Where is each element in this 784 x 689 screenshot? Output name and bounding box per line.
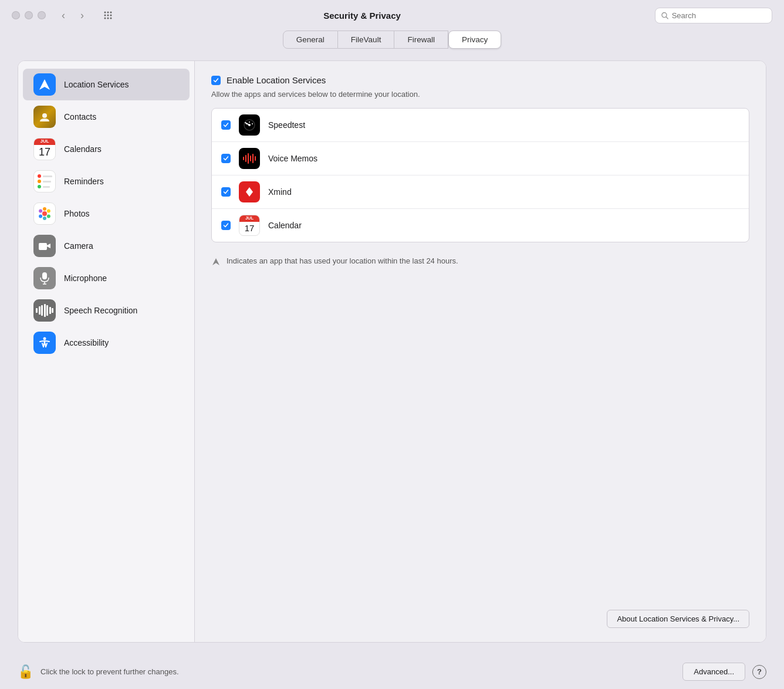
sidebar-item-photos[interactable]: Photos bbox=[23, 198, 190, 229]
sidebar-item-camera[interactable]: Camera bbox=[23, 230, 190, 262]
sidebar-label-contacts: Contacts bbox=[64, 112, 96, 121]
sidebar-label-calendars: Calendars bbox=[64, 144, 102, 154]
calendar-checkbox[interactable] bbox=[221, 221, 231, 230]
app-row-xmind: Xmind bbox=[212, 175, 749, 209]
svg-line-10 bbox=[666, 16, 668, 18]
main-content: General FileVault Firewall Privacy Locat… bbox=[0, 31, 784, 654]
sidebar-item-calendars[interactable]: JUL 17 Calendars bbox=[23, 133, 190, 165]
svg-point-14 bbox=[43, 207, 46, 211]
svg-point-16 bbox=[47, 215, 50, 218]
speedtest-checkbox[interactable] bbox=[221, 120, 231, 130]
calendar-app-icon: JUL 17 bbox=[239, 215, 260, 236]
sidebar-label-photos: Photos bbox=[64, 209, 90, 218]
voice-memos-name: Voice Memos bbox=[268, 154, 317, 163]
speedtest-icon bbox=[239, 114, 260, 136]
voice-memos-icon bbox=[239, 148, 260, 169]
enable-location-checkbox[interactable] bbox=[211, 76, 221, 85]
help-button[interactable]: ? bbox=[752, 665, 766, 679]
advanced-button[interactable]: Advanced... bbox=[682, 663, 745, 681]
calendars-icon: JUL 17 bbox=[33, 138, 56, 160]
tab-privacy[interactable]: Privacy bbox=[448, 31, 501, 49]
svg-rect-22 bbox=[42, 272, 47, 279]
lock-text: Click the lock to prevent further change… bbox=[40, 667, 675, 676]
speech-icon bbox=[33, 299, 56, 322]
svg-point-28 bbox=[248, 124, 251, 126]
traffic-lights bbox=[12, 11, 46, 19]
svg-marker-11 bbox=[39, 79, 50, 90]
svg-point-18 bbox=[39, 215, 42, 218]
voice-memos-checkbox[interactable] bbox=[221, 154, 231, 163]
camera-icon bbox=[33, 235, 56, 257]
about-location-button[interactable]: About Location Services & Privacy... bbox=[607, 610, 749, 628]
enable-location-row: Enable Location Services bbox=[211, 75, 749, 85]
app-row-speedtest: Speedtest bbox=[212, 109, 749, 142]
search-box[interactable] bbox=[655, 8, 772, 23]
svg-point-31 bbox=[246, 123, 247, 124]
location-note-text: Indicates an app that has used your loca… bbox=[227, 256, 458, 265]
tabs-bar: General FileVault Firewall Privacy bbox=[18, 31, 766, 49]
contacts-icon bbox=[33, 106, 56, 128]
sidebar-label-accessibility: Accessibility bbox=[64, 338, 109, 347]
svg-point-12 bbox=[42, 113, 47, 118]
minimize-button[interactable] bbox=[25, 11, 33, 19]
sidebar-item-location-services[interactable]: Location Services bbox=[23, 69, 190, 100]
xmind-name: Xmind bbox=[268, 187, 292, 197]
maximize-button[interactable] bbox=[38, 11, 46, 19]
calendar-name: Calendar bbox=[268, 221, 302, 230]
bottom-bar: 🔓 Click the lock to prevent further chan… bbox=[0, 654, 784, 689]
sidebar-item-reminders[interactable]: Reminders bbox=[23, 166, 190, 197]
tab-firewall[interactable]: Firewall bbox=[394, 31, 448, 49]
search-input[interactable] bbox=[672, 11, 766, 20]
svg-point-25 bbox=[43, 337, 46, 340]
apps-list: Speedtest bbox=[211, 108, 749, 242]
location-services-icon bbox=[33, 73, 56, 96]
sidebar-label-speech-recognition: Speech Recognition bbox=[64, 306, 137, 315]
svg-rect-20 bbox=[39, 243, 47, 250]
photos-icon bbox=[33, 202, 56, 225]
sidebar-label-microphone: Microphone bbox=[64, 273, 107, 283]
search-icon bbox=[661, 12, 668, 19]
xmind-checkbox[interactable] bbox=[221, 187, 231, 197]
speedtest-name: Speedtest bbox=[268, 120, 305, 130]
location-description: Allow the apps and services below to det… bbox=[211, 90, 749, 99]
right-panel: Enable Location Services Allow the apps … bbox=[194, 61, 766, 642]
svg-point-29 bbox=[249, 121, 250, 123]
lock-icon[interactable]: 🔓 bbox=[18, 664, 33, 680]
sidebar-item-accessibility[interactable]: Accessibility bbox=[23, 327, 190, 359]
sidebar-label-location-services: Location Services bbox=[64, 80, 129, 89]
sidebar-item-microphone[interactable]: Microphone bbox=[23, 262, 190, 294]
sidebar-item-contacts[interactable]: Contacts bbox=[23, 101, 190, 133]
window-title: Security & Privacy bbox=[79, 11, 646, 21]
enable-location-label: Enable Location Services bbox=[227, 75, 326, 85]
sidebar: Location Services Contacts JUL 17 Calend… bbox=[18, 61, 194, 642]
svg-point-13 bbox=[42, 211, 47, 216]
svg-point-17 bbox=[43, 217, 46, 220]
location-used-icon bbox=[211, 257, 221, 266]
back-button[interactable]: ‹ bbox=[55, 7, 72, 23]
xmind-icon bbox=[239, 181, 260, 202]
panel: Location Services Contacts JUL 17 Calend… bbox=[18, 60, 766, 643]
close-button[interactable] bbox=[12, 11, 20, 19]
microphone-icon bbox=[33, 267, 56, 289]
sidebar-item-speech-recognition[interactable]: Speech Recognition bbox=[23, 295, 190, 326]
reminders-icon bbox=[33, 170, 56, 192]
svg-marker-21 bbox=[47, 244, 50, 248]
svg-point-15 bbox=[47, 210, 50, 213]
app-row-voice-memos: Voice Memos bbox=[212, 142, 749, 175]
sidebar-label-camera: Camera bbox=[64, 241, 93, 251]
location-note: Indicates an app that has used your loca… bbox=[211, 252, 749, 276]
app-row-calendar: JUL 17 Calendar bbox=[212, 209, 749, 242]
svg-point-19 bbox=[39, 210, 42, 213]
titlebar: ‹ › Security & Privacy bbox=[0, 0, 784, 31]
svg-point-30 bbox=[252, 123, 253, 124]
tab-filevault[interactable]: FileVault bbox=[338, 31, 395, 49]
accessibility-icon bbox=[33, 332, 56, 354]
svg-marker-32 bbox=[212, 258, 219, 265]
tab-general[interactable]: General bbox=[283, 31, 338, 49]
sidebar-label-reminders: Reminders bbox=[64, 177, 104, 186]
